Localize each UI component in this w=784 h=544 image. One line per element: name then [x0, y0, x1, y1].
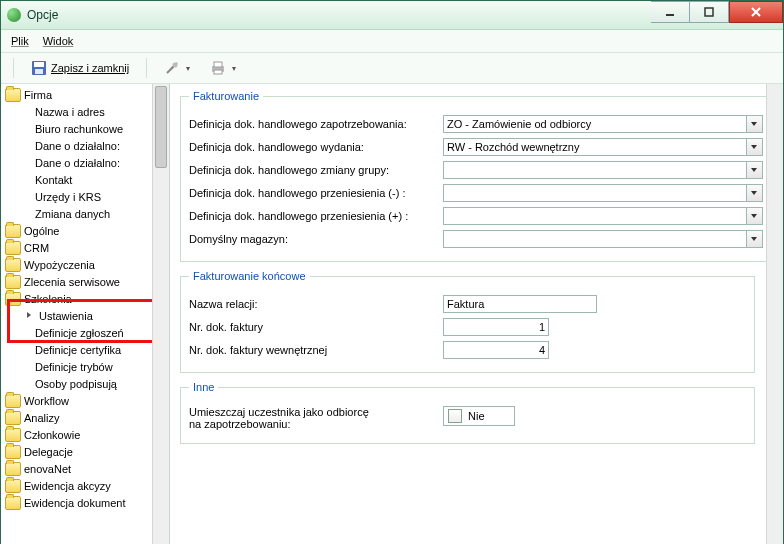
- minimize-button[interactable]: [651, 1, 690, 23]
- chevron-down-icon[interactable]: [747, 115, 763, 133]
- maximize-button[interactable]: [690, 1, 729, 23]
- svg-point-5: [173, 63, 178, 68]
- tree-item-def-certyfikatow[interactable]: Definicje certyfika: [1, 341, 169, 358]
- group-legend: Fakturowanie końcowe: [189, 270, 310, 282]
- tools-button[interactable]: ▾: [157, 57, 197, 79]
- chevron-down-icon[interactable]: [747, 230, 763, 248]
- label: Domyślny magazyn:: [189, 233, 443, 245]
- menu-file[interactable]: Plik: [11, 35, 29, 47]
- tree-item-ogolne[interactable]: Ogólne: [1, 222, 169, 239]
- window-buttons: [651, 1, 783, 29]
- chevron-down-icon[interactable]: [747, 184, 763, 202]
- svg-rect-8: [214, 70, 222, 74]
- label: Definicja dok. handlowego zapotrzebowani…: [189, 118, 443, 130]
- input-nr-faktury[interactable]: [443, 318, 549, 336]
- tree-item-urzedy[interactable]: Urzędy i KRS: [1, 188, 169, 205]
- close-button[interactable]: [729, 1, 783, 23]
- label: Nazwa relacji:: [189, 298, 443, 310]
- combo-input[interactable]: [443, 184, 747, 202]
- content-scrollbar[interactable]: [766, 84, 783, 544]
- group-fakturowanie: Fakturowanie Definicja dok. handlowego z…: [180, 90, 772, 262]
- folder-icon: [5, 88, 21, 102]
- tree-item-kontakt[interactable]: Kontakt: [1, 171, 169, 188]
- save-and-close-button[interactable]: Zapisz i zamknij: [24, 57, 136, 79]
- combo-def-wydania[interactable]: [443, 138, 763, 156]
- folder-icon: [5, 479, 21, 493]
- combo-input[interactable]: [443, 230, 747, 248]
- folder-icon: [5, 428, 21, 442]
- chevron-down-icon: ▾: [232, 64, 236, 73]
- combo-input[interactable]: [443, 161, 747, 179]
- svg-rect-1: [705, 8, 713, 16]
- tree-item-analizy[interactable]: Analizy: [1, 409, 169, 426]
- tree-item-crm[interactable]: CRM: [1, 239, 169, 256]
- group-legend: Inne: [189, 381, 218, 393]
- tree-item-workflow[interactable]: Workflow: [1, 392, 169, 409]
- tree-item-dane1[interactable]: Dane o działalno:: [1, 137, 169, 154]
- tree-item-czlonkowie[interactable]: Członkowie: [1, 426, 169, 443]
- print-button[interactable]: ▾: [203, 57, 243, 79]
- combo-def-przeniesienia-plus[interactable]: [443, 207, 763, 225]
- combo-input[interactable]: [443, 115, 747, 133]
- input-nazwa-relacji[interactable]: [443, 295, 597, 313]
- checkbox-umieszczaj-uczestnika[interactable]: Nie: [443, 406, 515, 426]
- folder-icon: [5, 496, 21, 510]
- combo-domyslny-magazyn[interactable]: [443, 230, 763, 248]
- body: Firma Nazwa i adres Biuro rachunkowe Dan…: [1, 84, 783, 544]
- folder-icon: [5, 224, 21, 238]
- tree-item-enovanet[interactable]: enovaNet: [1, 460, 169, 477]
- tree-item-zmiana[interactable]: Zmiana danych: [1, 205, 169, 222]
- combo-input[interactable]: [443, 138, 747, 156]
- group-legend: Fakturowanie: [189, 90, 263, 102]
- tree-item-wypozyczenia[interactable]: Wypożyczenia: [1, 256, 169, 273]
- combo-input[interactable]: [443, 207, 747, 225]
- tree-item-osoby[interactable]: Osoby podpisują: [1, 375, 169, 392]
- tree-item-firma[interactable]: Firma: [1, 86, 169, 103]
- chevron-down-icon[interactable]: [747, 161, 763, 179]
- row-def-zmiany-grupy: Definicja dok. handlowego zmiany grupy:: [189, 161, 763, 179]
- combo-def-zmiany-grupy[interactable]: [443, 161, 763, 179]
- save-and-close-label: Zapisz i zamknij: [51, 62, 129, 74]
- combo-def-przeniesienia-minus[interactable]: [443, 184, 763, 202]
- tree-item-def-trybow[interactable]: Definicje trybów: [1, 358, 169, 375]
- tree-item-biuro[interactable]: Biuro rachunkowe: [1, 120, 169, 137]
- tree-item-ewidencja-akcyzy[interactable]: Ewidencja akcyzy: [1, 477, 169, 494]
- scrollbar-thumb[interactable]: [155, 86, 167, 168]
- tree-scrollbar[interactable]: [152, 84, 169, 544]
- window-title: Opcje: [27, 8, 651, 22]
- chevron-down-icon[interactable]: [747, 207, 763, 225]
- label: Nr. dok. faktury: [189, 321, 443, 333]
- folder-icon: [5, 241, 21, 255]
- chevron-down-icon[interactable]: [747, 138, 763, 156]
- svg-rect-4: [35, 69, 43, 74]
- menu-view[interactable]: Widok: [43, 35, 74, 47]
- row-def-wydania: Definicja dok. handlowego wydania:: [189, 138, 763, 156]
- tree-item-delegacje[interactable]: Delegacje: [1, 443, 169, 460]
- group-inne: Inne Umieszczaj uczestnika jako odbiorcę…: [180, 381, 755, 444]
- checkbox-label: Nie: [468, 410, 485, 422]
- row-umieszczaj-uczestnika: Umieszczaj uczestnika jako odbiorcę na z…: [189, 406, 746, 430]
- tree-item-nazwa[interactable]: Nazwa i adres: [1, 103, 169, 120]
- toolbar: Zapisz i zamknij ▾ ▾: [1, 53, 783, 84]
- label: Nr. dok. faktury wewnętrznej: [189, 344, 443, 356]
- tree-item-dane2[interactable]: Dane o działalno:: [1, 154, 169, 171]
- folder-icon: [5, 445, 21, 459]
- label: Definicja dok. handlowego przeniesienia …: [189, 210, 443, 222]
- tree-item-ustawienia[interactable]: Ustawienia: [1, 307, 169, 324]
- tree-item-def-zgloszen[interactable]: Definicje zgłoszeń: [1, 324, 169, 341]
- folder-icon: [5, 394, 21, 408]
- folder-icon: [5, 275, 21, 289]
- tree-item-zlecenia[interactable]: Zlecenia serwisowe: [1, 273, 169, 290]
- window: Opcje Plik Widok Zapisz i zamknij ▾: [0, 0, 784, 544]
- group-fakturowanie-koncowe: Fakturowanie końcowe Nazwa relacji: Nr. …: [180, 270, 755, 373]
- save-icon: [31, 60, 47, 76]
- arrow-icon: [25, 311, 35, 321]
- app-icon: [7, 8, 21, 22]
- row-def-zapotrzebowania: Definicja dok. handlowego zapotrzebowani…: [189, 115, 763, 133]
- label: Definicja dok. handlowego wydania:: [189, 141, 443, 153]
- input-nr-faktury-wewn[interactable]: [443, 341, 549, 359]
- row-nr-faktury-wewn: Nr. dok. faktury wewnętrznej: [189, 341, 746, 359]
- combo-def-zapotrzebowania[interactable]: [443, 115, 763, 133]
- tree-item-szkolenia[interactable]: Szkolenia: [1, 290, 169, 307]
- tree-item-ewidencja-dokumentow[interactable]: Ewidencja dokument: [1, 494, 169, 511]
